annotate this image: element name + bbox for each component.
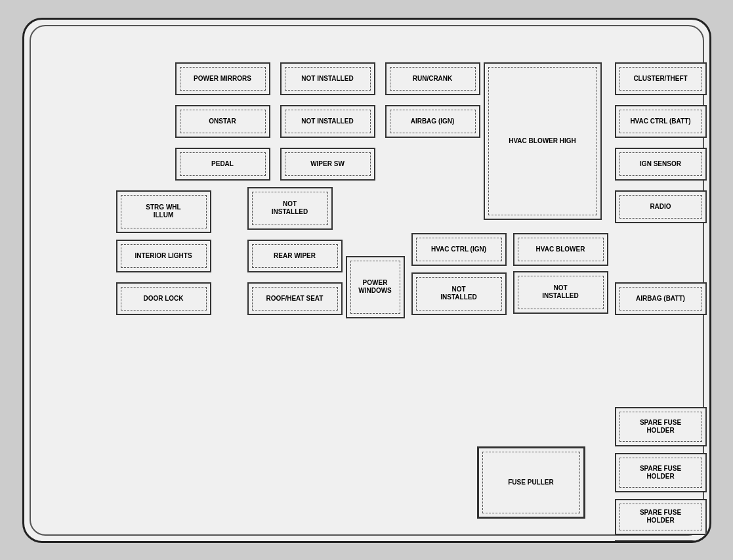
fuse-diagram: HVAC BLOWER HIGHPOWER MIRRORSNOT INSTALL…	[22, 18, 711, 543]
power-mirrors: POWER MIRRORS	[175, 62, 270, 95]
cluster-theft: CLUSTER/THEFT	[615, 62, 707, 95]
interior-lights: INTERIOR LIGHTS	[116, 240, 211, 272]
spare-fuse-2: SPARE FUSE HOLDER	[615, 453, 707, 492]
spare-fuse-1: SPARE FUSE HOLDER	[615, 407, 707, 446]
pedal: PEDAL	[175, 148, 270, 181]
not-installed-4: NOT INSTALLED	[411, 272, 507, 315]
fuse-puller: FUSE PULLER	[477, 446, 585, 519]
hvac-blower-high: HVAC BLOWER HIGH	[484, 62, 602, 220]
door-lock: DOOR LOCK	[116, 282, 211, 315]
ign-sensor: IGN SENSOR	[615, 148, 707, 181]
not-installed-2: NOT INSTALLED	[280, 105, 375, 138]
roof-heat-seat: ROOF/HEAT SEAT	[247, 282, 343, 315]
hvac-ctrl-batt: HVAC CTRL (BATT)	[615, 105, 707, 138]
rear-wiper: REAR WIPER	[247, 240, 343, 272]
onstar: ONSTAR	[175, 105, 270, 138]
hvac-blower: HVAC BLOWER	[513, 233, 608, 266]
not-installed-5: NOT INSTALLED	[513, 271, 608, 314]
not-installed-1: NOT INSTALLED	[280, 62, 375, 95]
run-crank: RUN/CRANK	[385, 62, 480, 95]
spare-fuse-3: SPARE FUSE HOLDER	[615, 499, 707, 535]
power-windows: POWER WINDOWS	[346, 256, 405, 318]
hvac-ctrl-ign: HVAC CTRL (IGN)	[411, 233, 507, 266]
radio: RADIO	[615, 190, 707, 223]
wiper-sw: WIPER SW	[280, 148, 375, 181]
airbag-batt: AIRBAG (BATT)	[615, 282, 707, 315]
not-installed-3: NOT INSTALLED	[247, 187, 333, 230]
airbag-ign: AIRBAG (IGN)	[385, 105, 480, 138]
strg-whl-illum: STRG WHL ILLUM	[116, 190, 211, 233]
spare-fuse-4: SPARE FUSE HOLDER	[615, 540, 707, 543]
